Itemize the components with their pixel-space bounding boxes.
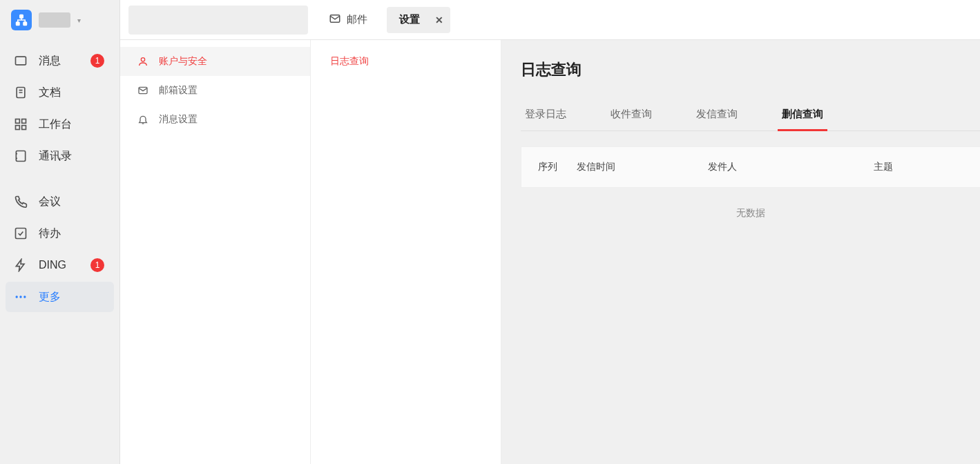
- settings-menu: 账户与安全 邮箱设置 消息设置: [120, 40, 311, 464]
- sidebar-nav: 消息 1 文档 工作台 通讯录 会议 待办 DING 1: [0, 40, 119, 318]
- detail-panel: 日志查询 登录日志 收件查询 发信查询 删信查询 序列 发信时间 发件人 主题 …: [501, 40, 980, 464]
- table-header: 序列 发信时间 发件人 主题: [521, 146, 980, 188]
- col-seq: 序列: [521, 161, 577, 173]
- svg-rect-6: [22, 119, 26, 124]
- log-tab-login[interactable]: 登录日志: [523, 108, 568, 130]
- nav-workbench[interactable]: 工作台: [6, 109, 114, 139]
- mail-icon: [137, 84, 149, 97]
- svg-rect-7: [16, 126, 20, 130]
- nav-label: 会议: [39, 195, 61, 209]
- contacts-icon: [14, 149, 28, 163]
- nav-label: 工作台: [39, 117, 72, 132]
- svg-rect-8: [22, 126, 26, 130]
- settings-label: 账户与安全: [159, 55, 207, 68]
- log-tab-receive[interactable]: 收件查询: [609, 108, 653, 130]
- content: 账户与安全 邮箱设置 消息设置 日志查询 日志查询 登录日志 收件查询 发信查询…: [120, 40, 980, 464]
- nav-ding[interactable]: DING 1: [6, 250, 114, 280]
- nav-label: 更多: [39, 290, 61, 304]
- svg-rect-9: [16, 151, 25, 162]
- bell-icon: [137, 113, 149, 126]
- svg-point-11: [16, 296, 18, 298]
- svg-rect-2: [23, 22, 27, 26]
- nav-contacts[interactable]: 通讯录: [6, 141, 114, 171]
- nav-meeting[interactable]: 会议: [6, 186, 114, 217]
- log-tabs: 登录日志 收件查询 发信查询 删信查询: [521, 108, 980, 131]
- top-tabs: 邮件 设置 ✕: [316, 7, 450, 33]
- settings-mailbox[interactable]: 邮箱设置: [120, 76, 310, 105]
- settings-account-security[interactable]: 账户与安全: [120, 47, 310, 76]
- svg-point-13: [23, 296, 26, 298]
- nav-badge: 1: [90, 54, 104, 68]
- topbar: 邮件 设置 ✕: [120, 0, 980, 40]
- svg-rect-10: [16, 229, 26, 239]
- log-table: 序列 发信时间 发件人 主题 无数据: [521, 146, 980, 239]
- nav-label: DING: [39, 259, 66, 271]
- check-icon: [14, 226, 28, 240]
- svg-point-15: [141, 58, 144, 61]
- bolt-icon: [14, 258, 28, 272]
- app-logo-icon[interactable]: [11, 10, 32, 30]
- log-tab-send[interactable]: 发信查询: [695, 108, 739, 130]
- nav-label: 通讯录: [39, 149, 72, 164]
- message-icon: [14, 54, 28, 68]
- org-name-redacted: [39, 12, 70, 28]
- left-sidebar: ▾ 消息 1 文档 工作台 通讯录 会议 待办: [0, 0, 120, 464]
- mail-icon: [329, 12, 341, 27]
- phone-icon: [14, 195, 28, 209]
- svg-rect-3: [16, 57, 26, 65]
- settings-label: 邮箱设置: [159, 84, 198, 97]
- tab-settings[interactable]: 设置 ✕: [387, 7, 450, 33]
- no-data-text: 无数据: [521, 188, 980, 239]
- settings-notifications[interactable]: 消息设置: [120, 105, 310, 134]
- nav-label: 文档: [39, 86, 61, 100]
- col-time: 发信时间: [577, 161, 708, 173]
- svg-rect-0: [20, 15, 23, 19]
- svg-rect-5: [16, 119, 20, 124]
- tab-label: 设置: [399, 13, 420, 26]
- nav-label: 待办: [39, 226, 61, 241]
- svg-rect-1: [17, 22, 20, 26]
- main-area: 邮件 设置 ✕ 账户与安全 邮箱设置 消息设置 日志查询: [120, 0, 980, 464]
- svg-point-12: [19, 296, 21, 298]
- more-icon: [14, 290, 28, 304]
- doc-icon: [14, 86, 28, 99]
- page-title: 日志查询: [521, 59, 980, 80]
- close-icon[interactable]: ✕: [435, 14, 443, 26]
- submenu-log-query[interactable]: 日志查询: [311, 47, 501, 76]
- sidebar-header: ▾: [0, 0, 119, 40]
- settings-label: 消息设置: [159, 113, 198, 126]
- col-subject: 主题: [874, 161, 980, 173]
- log-tab-delete[interactable]: 删信查询: [780, 108, 825, 130]
- topbar-redacted: [128, 6, 308, 35]
- user-icon: [137, 55, 149, 68]
- settings-submenu: 日志查询: [311, 40, 501, 464]
- nav-more[interactable]: 更多: [6, 282, 114, 312]
- col-sender: 发件人: [708, 161, 874, 173]
- nav-messages[interactable]: 消息 1: [6, 46, 114, 76]
- tab-mail[interactable]: 邮件: [316, 7, 380, 33]
- nav-docs[interactable]: 文档: [6, 77, 114, 108]
- nav-label: 消息: [39, 54, 61, 68]
- tab-label: 邮件: [347, 13, 367, 26]
- nav-todo[interactable]: 待办: [6, 218, 114, 249]
- grid-icon: [14, 117, 28, 131]
- nav-badge: 1: [90, 258, 104, 272]
- chevron-down-icon[interactable]: ▾: [77, 17, 81, 24]
